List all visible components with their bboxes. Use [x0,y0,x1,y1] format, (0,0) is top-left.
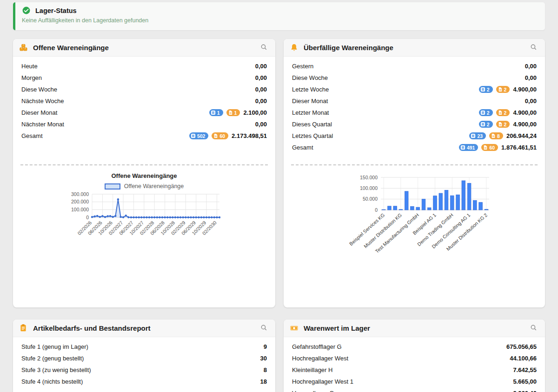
row-label: Gefahrstofflager G [292,343,506,350]
panel-header: Offene Wareneingänge [13,39,275,57]
row-value-group: 5.665,00 [513,378,537,385]
row-value-group: 224.900,00 [479,86,537,93]
row-value: 0,00 [525,98,537,105]
search-icon[interactable] [530,43,539,52]
receipt-count-badge[interactable]: 2 [479,109,493,116]
list-item: Gesamt491601.876.461,51 [284,142,545,153]
row-value: 0,00 [255,86,267,93]
row-label: Stufe 1 (genug im Lager) [21,343,264,350]
chart-title: Offene Wareneingänge [13,172,275,179]
receipt-count-badge[interactable]: 2 [479,121,493,128]
document-count-badge[interactable]: 60 [212,132,228,139]
svg-text:150.000: 150.000 [360,175,378,180]
list-item: Versandlager G2.260,40 [284,387,545,392]
document-count-badge[interactable]: 60 [481,144,498,151]
panel-title: Warenwert im Lager [304,324,530,332]
row-label: Heute [21,63,255,70]
search-icon[interactable] [260,43,269,52]
chart-legend: Offene Wareneingänge [13,183,275,189]
receipt-count-badge[interactable]: 2 [479,86,493,93]
row-label: Versandlager G [292,390,513,392]
row-value-group: 0,00 [255,74,267,81]
list-item: Stufe 2 (genug bestellt)30 [13,353,275,364]
row-value-group: 502602.173.498,51 [189,132,267,139]
row-value: 675.056,65 [506,343,537,350]
row-label: Dieser Monat [21,109,209,116]
row-value-group: 18 [260,378,267,385]
document-count-badge[interactable]: 2 [496,109,510,116]
search-icon[interactable] [530,324,539,333]
list-item: Stufe 4 (nichts bestellt)18 [13,376,275,387]
panel-header: Warenwert im Lager [284,320,545,337]
row-label: Dieser Monat [292,98,525,105]
check-circle-icon [22,6,31,15]
row-value: 18 [260,378,267,385]
row-value-group: 224.900,00 [479,121,537,128]
packages-icon [19,43,28,52]
list-item: Gefahrstofflager G675.056,65 [284,341,545,353]
row-value: 4.900,00 [513,121,537,128]
list-item: Gesamt502602.173.498,51 [13,130,275,142]
list-item: Nächster Monat0,00 [13,118,275,130]
row-value-group: 0,00 [525,74,537,81]
panel-header: Artikelbedarfs- und Bestandsreport [13,320,275,337]
svg-text:100.000: 100.000 [71,207,89,212]
banner-title-row: Lager-Status [22,6,538,15]
row-value-group: 0,00 [255,98,267,105]
row-value: 0,00 [525,63,537,70]
list-item: Heute0,00 [13,60,275,72]
search-icon[interactable] [260,324,269,333]
row-label: Nächste Woche [21,98,255,105]
row-label: Hochregallager West [292,355,510,362]
document-count-badge[interactable]: 2 [496,86,510,93]
document-count-badge[interactable]: 2 [496,121,510,128]
row-value-group: 238206.944,24 [469,132,537,139]
list-item: Letztes Quartal238206.944,24 [284,130,545,142]
bar-chart: 050.000100.000150.000Beispiel Services K… [284,175,545,258]
row-value-group: 224.900,00 [479,109,537,116]
list-item: Nächste Woche0,00 [13,95,275,107]
receipt-count-badge[interactable]: 1 [209,109,223,116]
legend-label: Offene Wareneingänge [124,183,184,189]
list-item: Letzte Woche224.900,00 [284,84,545,95]
row-label: Hochregallager West 1 [292,378,513,385]
document-count-badge[interactable]: 1 [226,109,240,116]
dashboard-page: Lager-Status Keine Auffälligkeiten in de… [0,0,558,392]
row-value: 0,00 [255,121,267,128]
document-count-badge[interactable]: 8 [489,132,503,139]
list-item: Stufe 3 (zu wenig bestellt)8 [13,364,275,376]
row-value: 30 [260,355,267,362]
row-value: 0,00 [255,63,267,70]
row-label: Gesamt [21,132,189,139]
status-banner: Lager-Status Keine Auffälligkeiten in de… [13,2,545,30]
list-item: Hochregallager West44.100,66 [284,353,545,364]
row-label: Stufe 2 (genug bestellt) [21,355,260,362]
panel-ueberfaellige-wareneingaenge: Überfällige Wareneingänge Gestern0,00Die… [284,39,545,307]
row-label: Stufe 3 (zu wenig bestellt) [21,366,264,373]
row-label: Diese Woche [21,86,255,93]
list-item: Diese Woche0,00 [13,84,275,95]
row-label: Diese Woche [292,74,525,81]
row-label: Letzter Monat [292,109,479,116]
banner-title: Lager-Status [35,7,77,14]
receipt-count-badge[interactable]: 491 [459,144,478,151]
row-value-group: 0,00 [255,121,267,128]
receipt-count-badge[interactable]: 23 [469,132,486,139]
row-label: Nächster Monat [21,121,255,128]
row-value: 206.944,24 [506,132,537,139]
row-value-group: 0,00 [525,98,537,105]
panel-rows: Stufe 1 (genug im Lager)9Stufe 2 (genug … [13,337,275,387]
receipt-count-badge[interactable]: 502 [189,132,209,139]
list-item: Stufe 1 (genug im Lager)9 [13,341,275,353]
row-value: 9 [264,343,267,350]
svg-text:0: 0 [375,207,378,213]
divider [20,164,268,165]
row-value-group: 2.260,40 [513,390,537,392]
row-value: 2.260,40 [513,390,537,392]
svg-text:300.000: 300.000 [71,191,89,197]
row-label: Stufe 4 (nichts bestellt) [21,378,260,385]
list-item: Letzter Monat224.900,00 [284,107,545,118]
line-chart: 0100.000200.000300.00002/202606/202610/2… [13,190,275,241]
row-value: 2.100,00 [243,109,267,116]
row-value: 4.900,00 [513,109,537,116]
